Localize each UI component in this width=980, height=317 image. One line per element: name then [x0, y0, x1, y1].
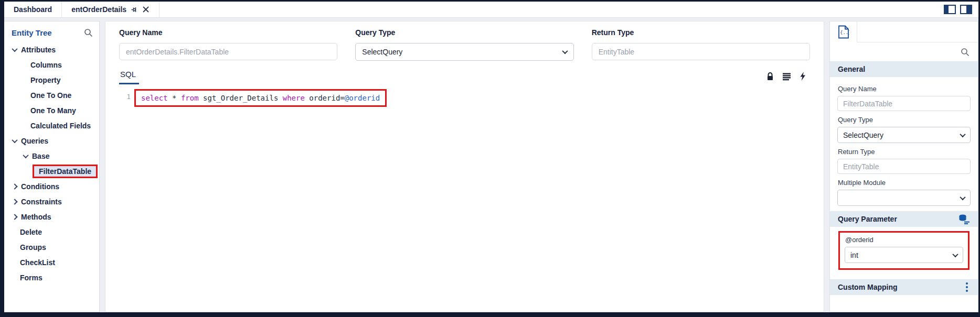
lock-icon[interactable]	[766, 72, 774, 81]
query-type-select[interactable]: SelectQuery	[355, 43, 573, 61]
sql-token: orderid=	[309, 92, 344, 104]
chevron-right-icon	[12, 183, 17, 189]
inspector-query-type-value: SelectQuery	[843, 131, 883, 139]
query-type-value: SelectQuery	[362, 48, 402, 56]
tree-item-forms[interactable]: Forms	[4, 270, 99, 285]
sql-code-highlight: select * from sgt_Order_Details where or…	[134, 89, 387, 107]
tab-query-properties[interactable]: {..}	[830, 21, 857, 42]
tree-item-delete[interactable]: Delete	[4, 224, 99, 239]
app-window: Dashboard entOrderDetails	[0, 0, 980, 317]
tree-item-attributes[interactable]: Attributes	[4, 42, 99, 57]
sql-token: from	[181, 92, 203, 104]
chevron-down-icon	[12, 46, 17, 51]
tree-item-constraints[interactable]: Constraints	[4, 194, 99, 209]
return-type-label: Return Type	[592, 28, 810, 37]
tree-item-label: Conditions	[21, 182, 59, 191]
code-file-icon: {..}	[838, 25, 849, 39]
lightning-icon[interactable]	[799, 72, 806, 81]
tree-item-label: FilterDataTable	[39, 167, 91, 176]
inspector-return-type-label: Return Type	[838, 148, 971, 156]
sql-code-editor[interactable]: 1 select * from sgt_Order_Details where …	[119, 89, 810, 107]
format-lines-icon[interactable]	[782, 72, 791, 81]
tree-item-label: Attributes	[21, 46, 56, 54]
sql-token: select	[141, 92, 172, 104]
inspector-query-type-label: Query Type	[838, 116, 971, 124]
tree-item-groups[interactable]: Groups	[4, 239, 99, 255]
tree-item-label: CheckList	[20, 258, 55, 267]
general-section-title: General	[838, 65, 865, 73]
query-parameter-section-header: Query Parameter	[830, 211, 978, 227]
general-section-header: General	[830, 61, 978, 77]
tree-item-label: Columns	[30, 61, 62, 69]
query-name-label: Query Name	[119, 28, 337, 37]
query-name-input[interactable]	[119, 43, 337, 60]
tree-item-checklist[interactable]: CheckList	[4, 255, 99, 270]
selected-item-highlight: FilterDataTable	[33, 165, 98, 178]
search-icon[interactable]	[84, 28, 93, 37]
tab-sql[interactable]: SQL	[119, 70, 139, 84]
inspector-query-name-label: Query Name	[838, 85, 971, 93]
line-number: 1	[119, 89, 131, 101]
tree-item-filterdatatable[interactable]: FilterDataTable	[4, 163, 99, 179]
sql-tab-label: SQL	[120, 70, 136, 79]
chevron-down-icon	[23, 152, 28, 158]
entity-tree-panel: Entity Tree Attributes Columns	[4, 21, 100, 312]
chevron-down-icon	[952, 251, 958, 257]
sql-token: @orderid	[345, 92, 380, 104]
tree-item-label: Queries	[21, 137, 48, 145]
panel-right-icon[interactable]	[960, 5, 972, 14]
chevron-right-icon	[12, 214, 17, 220]
svg-text:{..}: {..}	[840, 30, 849, 35]
tree-item-label: Property	[30, 76, 61, 84]
tree-item-label: One To Many	[30, 106, 76, 115]
document-tab-bar: Dashboard entOrderDetails	[4, 2, 978, 18]
multiple-module-label: Multiple Module	[838, 179, 971, 187]
tree-item-label: Constraints	[21, 198, 62, 206]
tree-item-methods[interactable]: Methods	[4, 209, 99, 224]
chevron-down-icon	[960, 131, 965, 137]
tree-item-label: Base	[32, 152, 49, 160]
tree-item-one-to-many[interactable]: One To Many	[4, 103, 99, 118]
pin-icon[interactable]	[131, 6, 139, 14]
inspector-query-type-select[interactable]: SelectQuery	[837, 127, 971, 143]
tree-item-columns[interactable]: Columns	[4, 57, 99, 72]
multiple-module-select[interactable]	[837, 190, 971, 206]
chevron-right-icon	[12, 199, 17, 204]
inspector-query-name-input[interactable]	[837, 96, 971, 111]
kebab-menu-icon[interactable]	[964, 281, 970, 293]
tab-entorderdetails[interactable]: entOrderDetails	[62, 2, 159, 17]
tree-item-one-to-one[interactable]: One To One	[4, 88, 99, 103]
tree-item-queries[interactable]: Queries	[4, 133, 99, 148]
chevron-down-icon	[12, 137, 17, 143]
query-parameter-title: Query Parameter	[838, 215, 897, 223]
sql-token: sgt_Order_Details	[203, 92, 283, 104]
tab-dashboard[interactable]: Dashboard	[4, 2, 62, 17]
tree-item-label: Calculated Fields	[30, 122, 91, 130]
return-type-input[interactable]	[592, 43, 810, 60]
custom-mapping-section-header: Custom Mapping	[830, 279, 978, 295]
sql-token: *	[172, 92, 181, 104]
tab-label: entOrderDetails	[71, 5, 126, 14]
query-editor-panel: Query Name Query Type SelectQuery Return…	[105, 21, 824, 312]
close-icon[interactable]	[142, 6, 150, 13]
search-icon[interactable]	[961, 48, 970, 57]
parameter-highlight: @orderid int	[838, 231, 970, 270]
parameter-type-select[interactable]: int	[845, 247, 963, 263]
tree-item-calculated-fields[interactable]: Calculated Fields	[4, 118, 99, 133]
entity-tree-title: Entity Tree	[12, 28, 52, 37]
chevron-down-icon	[562, 48, 568, 54]
tree-item-base[interactable]: Base	[4, 148, 99, 163]
query-type-label: Query Type	[355, 28, 573, 37]
panel-left-icon[interactable]	[944, 5, 956, 14]
tree-item-label: Methods	[21, 213, 51, 221]
parameter-type-value: int	[850, 251, 858, 259]
sql-token: where	[283, 92, 310, 104]
entity-tree: Attributes Columns Property One To One O…	[4, 42, 99, 285]
tree-item-label: Delete	[20, 228, 42, 236]
tab-label: Dashboard	[14, 5, 52, 14]
database-parameter-icon[interactable]	[958, 214, 970, 224]
inspector-return-type-input[interactable]	[837, 159, 971, 174]
tree-item-property[interactable]: Property	[4, 72, 99, 88]
tree-item-conditions[interactable]: Conditions	[4, 179, 99, 194]
properties-panel: {..} General Query Name Query	[829, 21, 978, 312]
